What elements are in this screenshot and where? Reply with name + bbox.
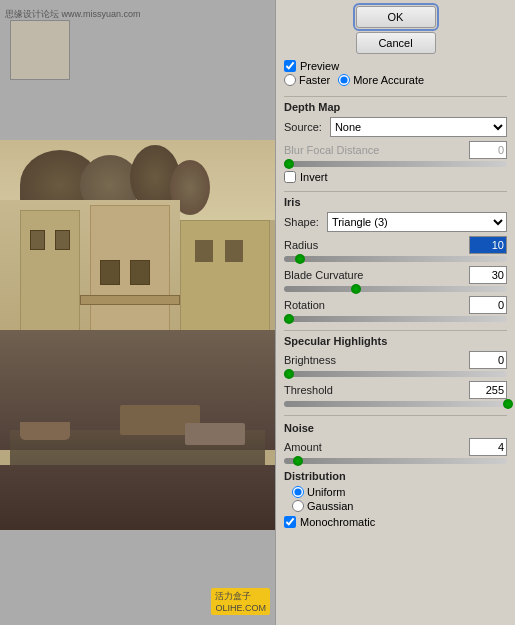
specular-highlights-label: Specular Highlights <box>284 335 507 347</box>
shape-row: Shape: Triangle (3) Square (4) Pentagon … <box>284 212 507 232</box>
watermark-bottom: 活力盒子OLIHE.COM <box>211 588 270 615</box>
brightness-row: Brightness <box>284 351 507 369</box>
options-row: Preview Faster More Accurate <box>284 60 507 86</box>
divider-1 <box>284 96 507 97</box>
quality-radio-group: Faster More Accurate <box>284 74 507 86</box>
blur-focal-row: Blur Focal Distance <box>284 141 507 159</box>
faster-label: Faster <box>299 74 330 86</box>
button-row: OK Cancel <box>284 6 507 54</box>
blade-curvature-slider-thumb[interactable] <box>351 284 361 294</box>
shape-select[interactable]: Triangle (3) Square (4) Pentagon (5) Hex… <box>327 212 507 232</box>
source-select[interactable]: None <box>330 117 507 137</box>
depth-map-section: Depth Map Source: None Blur Focal Distan… <box>284 101 507 171</box>
amount-label: Amount <box>284 441 469 453</box>
more-accurate-radio[interactable] <box>338 74 350 86</box>
image-preview-panel: 思缘设计论坛 www.missyuan.com <box>0 0 275 625</box>
radius-slider-track[interactable] <box>284 256 507 262</box>
brightness-slider-thumb[interactable] <box>284 369 294 379</box>
radius-value[interactable] <box>469 236 507 254</box>
threshold-row: Threshold <box>284 381 507 399</box>
brightness-slider-track[interactable] <box>284 371 507 377</box>
blade-curvature-slider-track[interactable] <box>284 286 507 292</box>
divider-4 <box>284 415 507 416</box>
uniform-radio-item: Uniform <box>292 486 507 498</box>
cancel-button[interactable]: Cancel <box>356 32 436 54</box>
invert-checkbox[interactable] <box>284 171 296 183</box>
distribution-radio-group: Uniform Gaussian <box>292 486 507 512</box>
controls-panel: OK Cancel Preview Faster More Accurate D… <box>275 0 515 625</box>
faster-radio-item: Faster <box>284 74 330 86</box>
monochromatic-label: Monochromatic <box>300 516 375 528</box>
invert-row: Invert <box>284 171 507 183</box>
rotation-slider-track[interactable] <box>284 316 507 322</box>
amount-row: Amount <box>284 438 507 456</box>
preview-checkbox[interactable] <box>284 60 296 72</box>
amount-slider-thumb[interactable] <box>293 456 303 466</box>
depth-map-label: Depth Map <box>284 101 507 113</box>
preview-row: Preview <box>284 60 507 72</box>
threshold-value[interactable] <box>469 381 507 399</box>
rotation-slider-thumb[interactable] <box>284 314 294 324</box>
more-accurate-label: More Accurate <box>353 74 424 86</box>
distribution-label: Distribution <box>284 470 507 482</box>
uniform-label: Uniform <box>307 486 346 498</box>
source-label: Source: <box>284 121 322 133</box>
faster-radio[interactable] <box>284 74 296 86</box>
brightness-label: Brightness <box>284 354 469 366</box>
blur-focal-label: Blur Focal Distance <box>284 144 469 156</box>
gaussian-radio-item: Gaussian <box>292 500 507 512</box>
rotation-value[interactable] <box>469 296 507 314</box>
rotation-row: Rotation <box>284 296 507 314</box>
threshold-label: Threshold <box>284 384 469 396</box>
rotation-label: Rotation <box>284 299 469 311</box>
blade-curvature-label: Blade Curvature <box>284 269 469 281</box>
radius-row: Radius <box>284 236 507 254</box>
blade-curvature-row: Blade Curvature <box>284 266 507 284</box>
threshold-slider-track[interactable] <box>284 401 507 407</box>
monochromatic-row: Monochromatic <box>284 516 507 528</box>
brightness-value[interactable] <box>469 351 507 369</box>
specular-highlights-section: Specular Highlights Brightness Threshold <box>284 335 507 411</box>
blur-focal-slider-thumb[interactable] <box>284 159 294 169</box>
amount-slider-track[interactable] <box>284 458 507 464</box>
noise-label: Noise <box>284 422 507 434</box>
more-accurate-radio-item: More Accurate <box>338 74 424 86</box>
radius-slider-thumb[interactable] <box>295 254 305 264</box>
gaussian-radio[interactable] <box>292 500 304 512</box>
distribution-section: Distribution Uniform Gaussian <box>284 470 507 512</box>
monochromatic-checkbox[interactable] <box>284 516 296 528</box>
preview-label: Preview <box>300 60 339 72</box>
iris-label: Iris <box>284 196 507 208</box>
amount-value[interactable] <box>469 438 507 456</box>
source-row: Source: None <box>284 117 507 137</box>
noise-section: Noise Amount <box>284 422 507 468</box>
radius-label: Radius <box>284 239 469 251</box>
ok-button[interactable]: OK <box>356 6 436 28</box>
watermark-top: 思缘设计论坛 www.missyuan.com <box>5 8 141 21</box>
threshold-slider-thumb[interactable] <box>503 399 513 409</box>
divider-3 <box>284 330 507 331</box>
iris-section: Iris Shape: Triangle (3) Square (4) Pent… <box>284 196 507 326</box>
gaussian-label: Gaussian <box>307 500 353 512</box>
blade-curvature-value[interactable] <box>469 266 507 284</box>
blur-focal-value[interactable] <box>469 141 507 159</box>
invert-label: Invert <box>300 171 328 183</box>
divider-2 <box>284 191 507 192</box>
shape-label: Shape: <box>284 216 319 228</box>
sepia-image <box>0 140 275 530</box>
uniform-radio[interactable] <box>292 486 304 498</box>
blur-focal-slider-track[interactable] <box>284 161 507 167</box>
